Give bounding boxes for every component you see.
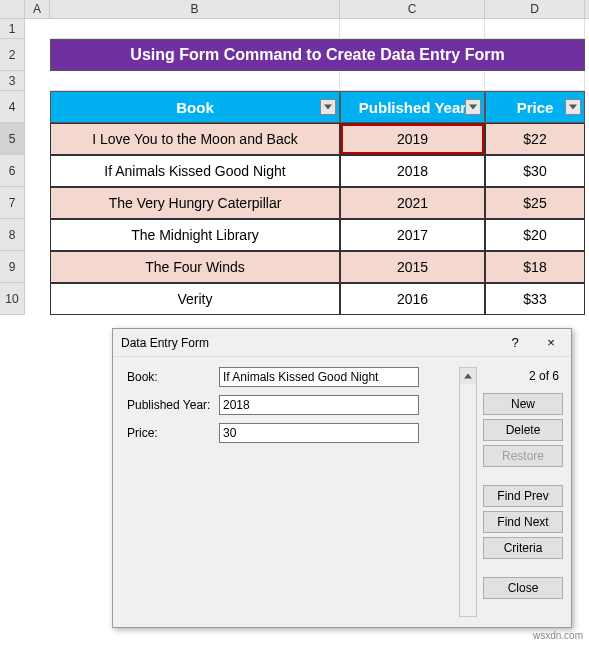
cell-d1[interactable] [485,19,585,39]
cell-a7[interactable] [25,187,50,219]
cell-c1[interactable] [340,19,485,39]
new-button[interactable]: New [483,393,563,415]
cell-a8[interactable] [25,219,50,251]
cell-a6[interactable] [25,155,50,187]
cell-price[interactable]: $25 [485,187,585,219]
restore-button: Restore [483,445,563,467]
header-year[interactable]: Published Year [340,91,485,123]
close-button[interactable]: Close [483,577,563,599]
cell-price[interactable]: $22 [485,123,585,155]
price-input[interactable] [219,423,419,443]
form-buttons: 2 of 6 New Delete Restore Find Prev Find… [483,367,563,617]
row-header-9[interactable]: 9 [0,251,25,283]
row-header-5[interactable]: 5 [0,123,25,155]
cell-price[interactable]: $20 [485,219,585,251]
watermark: wsxdn.com [533,630,583,641]
row-header-8[interactable]: 8 [0,219,25,251]
cell-year[interactable]: 2019 [340,123,485,155]
header-price[interactable]: Price [485,91,585,123]
year-label: Published Year: [127,398,219,412]
table-row: 6 If Animals Kissed Good Night 2018 $30 [0,155,589,187]
col-header-a[interactable]: A [25,0,50,18]
row-header-4[interactable]: 4 [0,91,25,123]
row-3: 3 [0,71,589,91]
cell-year[interactable]: 2015 [340,251,485,283]
form-fields: Book: Published Year: Price: [127,367,453,617]
cell-a1[interactable] [25,19,50,39]
find-next-button[interactable]: Find Next [483,511,563,533]
cell-year[interactable]: 2017 [340,219,485,251]
criteria-button[interactable]: Criteria [483,537,563,559]
cell-a4[interactable] [25,91,50,123]
select-all[interactable] [0,0,25,18]
book-input[interactable] [219,367,419,387]
spreadsheet: A B C D 1 2 Using Form Command to Create… [0,0,589,315]
find-prev-button[interactable]: Find Prev [483,485,563,507]
cell-a9[interactable] [25,251,50,283]
close-icon[interactable]: × [539,335,563,350]
row-1: 1 [0,19,589,39]
filter-icon[interactable] [565,99,581,115]
filter-icon[interactable] [465,99,481,115]
book-label: Book: [127,370,219,384]
help-button[interactable]: ? [503,335,527,350]
table-row: 5 I Love You to the Moon and Back 2019 $… [0,123,589,155]
cell-year[interactable]: 2016 [340,283,485,315]
cell-book[interactable]: Verity [50,283,340,315]
cell-price[interactable]: $33 [485,283,585,315]
form-scrollbar[interactable] [459,367,477,617]
row-header-10[interactable]: 10 [0,283,25,315]
cell-book[interactable]: If Animals Kissed Good Night [50,155,340,187]
column-headers: A B C D [0,0,589,19]
cell-year[interactable]: 2021 [340,187,485,219]
filter-icon[interactable] [320,99,336,115]
dialog-title-text: Data Entry Form [121,336,209,350]
row-2: 2 Using Form Command to Create Data Entr… [0,39,589,71]
header-price-label: Price [517,99,554,116]
scroll-up-icon[interactable] [460,368,476,384]
cell-a3[interactable] [25,71,50,91]
cell-price[interactable]: $18 [485,251,585,283]
cell-b1[interactable] [50,19,340,39]
cell-year[interactable]: 2018 [340,155,485,187]
table-row: 10 Verity 2016 $33 [0,283,589,315]
table-row: 7 The Very Hungry Caterpillar 2021 $25 [0,187,589,219]
row-4: 4 Book Published Year Price [0,91,589,123]
row-header-3[interactable]: 3 [0,71,25,91]
col-header-d[interactable]: D [485,0,585,18]
cell-price[interactable]: $30 [485,155,585,187]
col-header-c[interactable]: C [340,0,485,18]
cell-a2[interactable] [25,39,50,71]
year-input[interactable] [219,395,419,415]
col-header-b[interactable]: B [50,0,340,18]
table-row: 9 The Four Winds 2015 $18 [0,251,589,283]
cell-c3[interactable] [340,71,485,91]
record-counter: 2 of 6 [483,367,563,389]
row-header-7[interactable]: 7 [0,187,25,219]
row-header-2[interactable]: 2 [0,39,25,71]
header-book[interactable]: Book [50,91,340,123]
table-row: 8 The Midnight Library 2017 $20 [0,219,589,251]
data-entry-form-dialog: Data Entry Form ? × Book: Published Year… [112,328,572,628]
header-book-label: Book [176,99,214,116]
price-label: Price: [127,426,219,440]
cell-a5[interactable] [25,123,50,155]
dialog-titlebar: Data Entry Form ? × [113,329,571,357]
cell-book[interactable]: I Love You to the Moon and Back [50,123,340,155]
cell-book[interactable]: The Midnight Library [50,219,340,251]
row-header-1[interactable]: 1 [0,19,25,39]
header-year-label: Published Year [359,99,466,116]
title-cell[interactable]: Using Form Command to Create Data Entry … [50,39,585,71]
cell-d3[interactable] [485,71,585,91]
delete-button[interactable]: Delete [483,419,563,441]
cell-book[interactable]: The Very Hungry Caterpillar [50,187,340,219]
cell-book[interactable]: The Four Winds [50,251,340,283]
cell-b3[interactable] [50,71,340,91]
row-header-6[interactable]: 6 [0,155,25,187]
cell-a10[interactable] [25,283,50,315]
